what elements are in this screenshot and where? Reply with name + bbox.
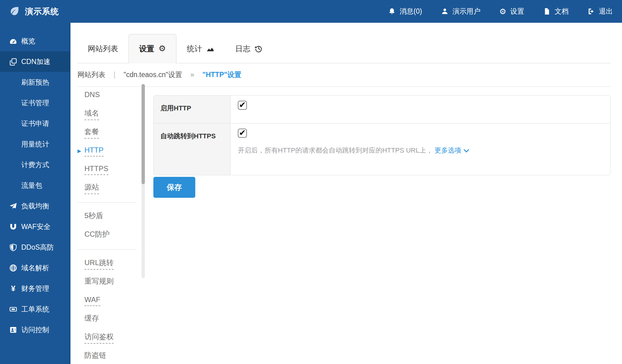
sidebar-item-overview[interactable]: 概览 (0, 31, 70, 51)
sidebar-item-traffic-pack[interactable]: 流量包 (0, 175, 70, 196)
subnav-item-auth[interactable]: 访问鉴权 (77, 329, 137, 347)
docs-menu-item[interactable]: 文档 (543, 7, 569, 16)
shield-icon (9, 243, 17, 251)
tab-label: 设置 (139, 44, 154, 54)
top-menu: 消息(0) 演示用户 ⚙ 设置 文档 (388, 7, 613, 16)
chevron-down-icon (463, 147, 469, 152)
subnav-item-cache[interactable]: 缓存 (77, 310, 137, 329)
sidebar-item-label: 概览 (21, 36, 35, 46)
sidebar-item-label: 计费方式 (21, 160, 49, 170)
app-title: 演示系统 (25, 6, 59, 17)
auto-https-checkbox[interactable]: ✔ (238, 129, 247, 138)
sidebar-item-load-balance[interactable]: 负载均衡 (0, 196, 70, 216)
top-bar: 演示系统 消息(0) 演示用户 ⚙ 设置 (0, 0, 622, 23)
gauge-icon (9, 37, 17, 45)
signout-icon (587, 8, 595, 15)
subnav-item-waf[interactable]: WAF (77, 292, 137, 310)
history-icon (255, 45, 263, 53)
subnav-item-domain[interactable]: 域名 (77, 105, 137, 123)
sidebar-item-usage-stats[interactable]: 用量统计 (0, 134, 70, 154)
breadcrumb: 网站列表 | "cdn.teaos.cn"设置 » "HTTP"设置 (77, 63, 610, 87)
main-content: 网站列表 设置 ⚙ 统计 日志 网站列表 | "cdn (70, 23, 622, 364)
gear-icon: ⚙ (499, 8, 506, 15)
subnav-scrollbar-track[interactable] (142, 84, 145, 278)
sidebar-item-label: 证书申请 (21, 119, 49, 128)
clone-icon (9, 58, 17, 66)
subnav-divider (77, 202, 137, 203)
setting-value-cell: ✔ 开启后，所有HTTP的请求都会自动跳转到对应的HTTPS URL上， 更多选… (231, 123, 610, 175)
sidebar: 概览 CDN加速 刷新预热 证书管理 证书申请 用量统计 计费方式 流量包 (0, 23, 70, 364)
settings-label: 设置 (510, 7, 524, 16)
save-button[interactable]: 保存 (153, 177, 195, 198)
breadcrumb-chevron: » (190, 71, 194, 79)
sidebar-item-label: DDoS高防 (21, 243, 54, 252)
sidebar-item-label: 流量包 (21, 181, 42, 190)
logout-menu-item[interactable]: 退出 (587, 7, 613, 16)
subnav-item-5s-shield[interactable]: 5秒盾 (77, 207, 137, 226)
sidebar-item-refresh-prewarm[interactable]: 刷新预热 (0, 72, 70, 93)
logout-label: 退出 (599, 7, 613, 16)
tab-settings[interactable]: 设置 ⚙ (128, 34, 176, 63)
enable-http-checkbox[interactable]: ✔ (238, 101, 247, 110)
sidebar-item-label: 证书管理 (21, 98, 49, 108)
sidebar-item-cert-apply[interactable]: 证书申请 (0, 113, 70, 134)
user-menu-item[interactable]: 演示用户 (441, 7, 480, 16)
more-options-link[interactable]: 更多选项 (435, 146, 468, 155)
gear-icon: ⚙ (159, 45, 166, 53)
setting-value-cell: ✔ (231, 96, 610, 123)
setting-label: 启用HTTP (154, 96, 231, 123)
sidebar-item-waf[interactable]: WAF安全 (0, 216, 70, 237)
sidebar-item-label: 负载均衡 (21, 201, 49, 211)
sidebar-item-dns-resolve[interactable]: 域名解析 (0, 258, 70, 278)
globe-icon (9, 264, 17, 272)
subnav-item-url-redirect[interactable]: URL跳转 (77, 254, 137, 273)
ticket-icon (9, 305, 17, 313)
paper-plane-icon (9, 202, 17, 210)
subnav-item-https[interactable]: HTTPS (77, 160, 137, 179)
http-settings-panel: 启用HTTP ✔ 自动跳转到HTTPS ✔ 开启后，所有HTTP的请求都会自动跳… (153, 95, 610, 175)
bell-icon (388, 8, 396, 15)
breadcrumb-current[interactable]: "HTTP"设置 (203, 70, 241, 79)
user-icon (441, 8, 449, 15)
sidebar-item-label: 域名解析 (21, 263, 49, 273)
tab-logs[interactable]: 日志 (225, 34, 273, 63)
settings-menu-item[interactable]: ⚙ 设置 (499, 7, 524, 16)
yen-icon: ¥ (9, 285, 17, 293)
setting-row-enable-http: 启用HTTP ✔ (154, 96, 610, 123)
tab-statistics[interactable]: 统计 (176, 34, 225, 63)
page: 演示系统 消息(0) 演示用户 ⚙ 设置 (0, 0, 622, 364)
tab-site-list[interactable]: 网站列表 (77, 34, 128, 63)
sidebar-item-access-control[interactable]: 访问控制 (0, 319, 70, 340)
subnav-item-rewrite-rules[interactable]: 重写规则 (77, 273, 137, 292)
check-icon: ✔ (239, 101, 246, 109)
subnav-item-hotlink[interactable]: 防盗链 (77, 347, 137, 364)
subnav-item-http[interactable]: ▶ HTTP (77, 142, 137, 160)
tab-label: 日志 (235, 44, 250, 54)
sidebar-item-tickets[interactable]: 工单系统 (0, 299, 70, 319)
subnav-item-dns[interactable]: DNS (77, 86, 137, 105)
tab-label: 网站列表 (88, 44, 118, 54)
sidebar-item-ddos[interactable]: DDoS高防 (0, 237, 70, 258)
sidebar-item-finance[interactable]: ¥ 财务管理 (0, 278, 70, 299)
sidebar-item-label: 财务管理 (21, 284, 49, 293)
sidebar-item-billing[interactable]: 计费方式 (0, 154, 70, 175)
docs-label: 文档 (555, 7, 569, 16)
breadcrumb-site-settings[interactable]: "cdn.teaos.cn"设置 (124, 70, 182, 79)
breadcrumb-separator: | (114, 71, 115, 79)
sidebar-item-cert-manage[interactable]: 证书管理 (0, 93, 70, 113)
setting-row-auto-https: 自动跳转到HTTPS ✔ 开启后，所有HTTP的请求都会自动跳转到对应的HTTP… (154, 123, 610, 175)
subnav-item-plan[interactable]: 套餐 (77, 123, 137, 142)
setting-description: 开启后，所有HTTP的请求都会自动跳转到对应的HTTPS URL上， 更多选项 (238, 146, 610, 155)
subnav-item-origin[interactable]: 源站 (77, 179, 137, 197)
settings-subnav: DNS 域名 套餐 ▶ HTTP HTTPS 源站 5秒盾 CC防护 URL跳转… (77, 86, 137, 364)
brand[interactable]: 演示系统 (9, 5, 59, 18)
sidebar-item-label: 刷新预热 (21, 78, 49, 87)
tab-bar: 网站列表 设置 ⚙ 统计 日志 (77, 34, 610, 63)
subnav-item-cc-protect[interactable]: CC防护 (77, 226, 137, 244)
breadcrumb-site-list[interactable]: 网站列表 (77, 70, 105, 79)
sidebar-item-label: 用量统计 (21, 140, 49, 149)
sidebar-item-cdn[interactable]: CDN加速 (0, 51, 70, 72)
messages-menu-item[interactable]: 消息(0) (388, 7, 422, 16)
active-arrow-icon: ▶ (77, 148, 81, 153)
subnav-scrollbar-thumb[interactable] (142, 84, 145, 184)
